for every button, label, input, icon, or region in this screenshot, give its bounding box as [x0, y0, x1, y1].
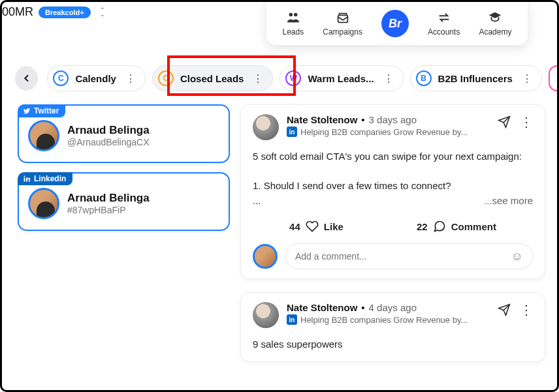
- comment-count: 22: [417, 221, 428, 232]
- pill-label: Warm Leads...: [308, 73, 374, 84]
- post-author[interactable]: Nate Stoltenow: [287, 302, 357, 313]
- post-body-line: 5 soft cold email CTA's you can swipe fo…: [253, 149, 533, 164]
- pill-label: Closed Leads: [180, 73, 244, 84]
- nav-label: Leads: [283, 27, 304, 37]
- post-subtitle: Helping B2B companies Grow Revenue by...: [300, 315, 468, 325]
- svg-point-0: [289, 13, 293, 17]
- workspace-switcher[interactable]: 200MR Breakcold+ ⌃⌄: [0, 5, 105, 19]
- linkedin-badge-icon: in: [287, 127, 297, 137]
- like-button[interactable]: 44 Like: [289, 220, 343, 233]
- lead-avatar: [28, 188, 59, 219]
- post-avatar[interactable]: [253, 302, 279, 328]
- pill-letter: W: [285, 70, 301, 86]
- main-nav: Leads Campaigns Br Accounts Academy: [266, 1, 528, 45]
- like-label: Like: [324, 221, 343, 232]
- back-button[interactable]: [15, 66, 38, 91]
- list-pill-b2b-influencers[interactable]: B B2B Influencers ⋮: [410, 65, 542, 91]
- feed-post: Nate Stoltenow • 3 days ago in Helping B…: [240, 104, 545, 279]
- nav-label: Campaigns: [323, 27, 362, 37]
- post-menu-icon[interactable]: ⋮: [520, 302, 533, 318]
- list-tabs-row: C Calendly ⋮ C Closed Leads ⋮ W Warm Lea…: [15, 65, 557, 91]
- pill-menu-icon[interactable]: ⋮: [123, 72, 138, 85]
- platform-tag-twitter: Twitter: [18, 104, 65, 117]
- see-more-link[interactable]: ...see more: [484, 194, 533, 209]
- comment-avatar: [253, 244, 278, 269]
- nav-academy[interactable]: Academy: [479, 10, 511, 37]
- svg-point-4: [24, 176, 25, 177]
- nav-accounts[interactable]: Accounts: [428, 10, 460, 37]
- post-body-line: 1. Should I send over a few times to con…: [253, 179, 533, 194]
- post-author[interactable]: Nate Stoltenow: [287, 114, 357, 125]
- post-subtitle: Helping B2B companies Grow Revenue by...: [300, 127, 468, 137]
- lead-handle: #87wpHBaFiP: [67, 205, 150, 215]
- post-menu-icon[interactable]: ⋮: [520, 114, 533, 130]
- comment-input[interactable]: [295, 251, 511, 262]
- workspace-chevrons-icon[interactable]: ⌃⌄: [100, 8, 105, 17]
- lead-handle: @ArnaudBelingaCX: [67, 137, 150, 147]
- nav-campaigns[interactable]: Campaigns: [323, 10, 362, 37]
- comment-label: Comment: [451, 221, 496, 232]
- lead-avatar: [28, 120, 59, 151]
- list-pill-warm-leads[interactable]: W Warm Leads... ⋮: [280, 65, 403, 91]
- nav-label: Accounts: [428, 27, 460, 37]
- svg-rect-2: [338, 15, 347, 22]
- pill-menu-icon[interactable]: ⋮: [381, 72, 396, 85]
- chevron-left-icon: [22, 73, 32, 83]
- post-avatar[interactable]: [253, 114, 279, 140]
- workspace-name: 200MR: [0, 5, 33, 19]
- pill-label: B2B Influencers: [438, 73, 513, 84]
- feed-post: Nate Stoltenow • 4 days ago in Helping B…: [240, 292, 545, 362]
- nav-leads[interactable]: Leads: [283, 10, 304, 37]
- app-logo[interactable]: Br: [381, 10, 409, 37]
- emoji-picker-icon[interactable]: ☺: [511, 250, 523, 264]
- comment-button[interactable]: 22 Comment: [417, 220, 496, 233]
- heart-icon: [306, 220, 319, 233]
- post-time: 4 days ago: [369, 302, 417, 313]
- pill-letter: C: [53, 70, 69, 86]
- platform-label: Twitter: [34, 106, 59, 115]
- comment-icon: [433, 220, 446, 233]
- inbox-icon: [335, 10, 351, 25]
- send-icon[interactable]: [498, 115, 511, 128]
- pill-menu-icon[interactable]: ⋮: [250, 72, 266, 85]
- post-ellipsis: ...: [253, 195, 261, 206]
- comment-input-wrapper[interactable]: ☺: [285, 243, 533, 269]
- platform-tag-linkedin: Linkedin: [18, 172, 72, 185]
- post-time: 3 days ago: [369, 114, 417, 125]
- lead-name: Arnaud Belinga: [67, 192, 150, 205]
- lead-card-linkedin[interactable]: Linkedin Arnaud Belinga #87wpHBaFiP: [18, 172, 230, 231]
- svg-rect-3: [24, 178, 25, 182]
- like-count: 44: [289, 221, 300, 232]
- svg-point-1: [294, 13, 298, 17]
- pill-label: Calendly: [75, 73, 116, 84]
- graduation-cap-icon: [487, 10, 503, 25]
- list-pill-overflow[interactable]: [549, 65, 557, 91]
- linkedin-icon: [23, 175, 31, 183]
- swap-icon: [436, 10, 452, 25]
- platform-label: Linkedin: [34, 174, 66, 183]
- twitter-icon: [23, 107, 31, 115]
- plan-badge: Breakcold+: [39, 7, 91, 18]
- list-pill-closed-leads[interactable]: C Closed Leads ⋮: [152, 65, 274, 91]
- linkedin-badge-icon: in: [287, 314, 297, 325]
- list-pill-calendly[interactable]: C Calendly ⋮: [47, 65, 146, 91]
- pill-letter: C: [158, 70, 174, 86]
- send-icon[interactable]: [498, 303, 511, 316]
- pill-letter: B: [416, 70, 432, 86]
- lead-cards-column: Twitter Arnaud Belinga @ArnaudBelingaCX …: [18, 104, 230, 231]
- activity-feed: Nate Stoltenow • 3 days ago in Helping B…: [240, 104, 545, 362]
- post-body-line: 9 sales superpowers: [253, 337, 533, 352]
- lead-card-twitter[interactable]: Twitter Arnaud Belinga @ArnaudBelingaCX: [18, 104, 230, 163]
- users-icon: [285, 10, 301, 25]
- nav-label: Academy: [479, 27, 511, 37]
- pill-menu-icon[interactable]: ⋮: [519, 72, 535, 85]
- lead-name: Arnaud Belinga: [67, 124, 150, 137]
